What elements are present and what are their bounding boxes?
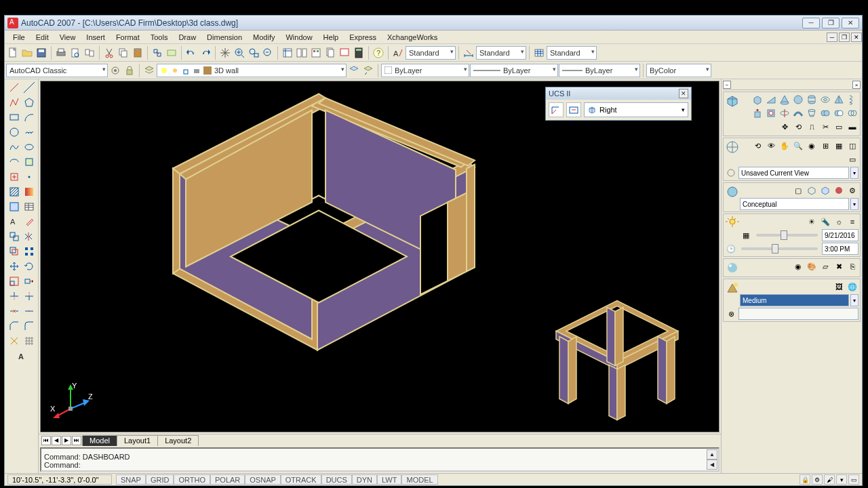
rect-icon[interactable]	[7, 110, 21, 124]
help-icon[interactable]: ?	[372, 46, 385, 60]
render-env-icon[interactable]: 🌐	[846, 281, 859, 293]
line-icon[interactable]	[7, 81, 21, 94]
toggle-polar[interactable]: POLAR	[210, 474, 245, 485]
close-button[interactable]: ✕	[842, 18, 859, 28]
join-icon[interactable]	[22, 304, 36, 318]
3d-rotate-icon[interactable]: ⟲	[792, 121, 804, 133]
zoom-win-icon[interactable]	[247, 46, 260, 60]
view-cube-icon[interactable]: ◫	[846, 140, 859, 152]
menu-xchangeworks[interactable]: XchangeWorks	[382, 32, 443, 43]
chamfer-icon[interactable]	[7, 319, 21, 333]
cmd-scroll-left-icon[interactable]: ◀	[707, 460, 717, 470]
sb-down-icon[interactable]: ▾	[836, 474, 847, 485]
date-slider[interactable]	[756, 234, 818, 237]
view-dropdown[interactable]: Unsaved Current View	[738, 167, 849, 179]
thicken-icon[interactable]: ▬	[846, 121, 859, 133]
copy-obj-icon[interactable]	[7, 230, 21, 243]
preview-icon[interactable]	[68, 46, 82, 60]
dimstyle-icon[interactable]	[462, 46, 475, 60]
zoom-rt-icon[interactable]	[233, 46, 246, 60]
block-editor-icon[interactable]	[165, 46, 178, 60]
dash-collapse-icon[interactable]: −	[723, 81, 731, 89]
drawing-canvas[interactable]: Y X Z UCS II✕	[40, 81, 719, 432]
undo-icon[interactable]	[184, 46, 198, 60]
table-icon[interactable]	[22, 200, 36, 214]
render-dd-icon[interactable]: ▾	[850, 294, 859, 306]
sphere-icon[interactable]	[792, 94, 804, 106]
offset-icon[interactable]	[7, 245, 21, 258]
pan-view-icon[interactable]: ✋	[778, 140, 791, 152]
mdi-restore[interactable]: ❐	[839, 33, 850, 42]
mat-copy-icon[interactable]: ⎘	[846, 260, 859, 272]
extrude-icon[interactable]	[751, 107, 764, 119]
tab-layout2[interactable]: Layout2	[157, 435, 199, 446]
revolve-icon[interactable]	[778, 107, 791, 119]
layer-manager-icon[interactable]	[142, 64, 156, 77]
hatch-icon[interactable]	[7, 185, 21, 199]
match-icon[interactable]	[151, 46, 164, 60]
make-block-icon[interactable]	[7, 170, 21, 184]
ucs-close-icon[interactable]: ✕	[679, 89, 688, 98]
vs-2d-icon[interactable]: ▢	[792, 184, 804, 197]
layer-prev-icon[interactable]	[361, 64, 375, 77]
view-top-icon[interactable]: ⊞	[819, 140, 831, 152]
menu-edit[interactable]: Edit	[31, 32, 54, 43]
arc-icon[interactable]	[22, 110, 36, 124]
wedge-icon[interactable]	[765, 94, 777, 106]
menu-dimension[interactable]: Dimension	[201, 32, 248, 43]
tab-model[interactable]: Model	[82, 435, 117, 446]
spot-light-icon[interactable]: 🔦	[819, 216, 831, 228]
mtext-icon[interactable]: A	[7, 215, 21, 228]
subtract-icon[interactable]	[833, 107, 845, 119]
vs-3dw-icon[interactable]	[806, 184, 818, 197]
toggle-model[interactable]: MODEL	[401, 474, 437, 485]
print-icon[interactable]	[54, 46, 68, 60]
slice-icon[interactable]: ✂	[819, 121, 831, 133]
mat-attach-icon[interactable]: 🎨	[806, 260, 818, 272]
mirror-icon[interactable]	[22, 230, 36, 243]
ucs-prev-icon[interactable]	[566, 102, 581, 117]
pline-icon[interactable]	[7, 96, 21, 109]
render-close-icon[interactable]: ⊗	[725, 308, 737, 320]
workspace-dropdown[interactable]: AutoCAD Classic	[6, 64, 108, 77]
cone-icon[interactable]	[778, 94, 791, 106]
dash-view-icon[interactable]	[725, 140, 740, 155]
menu-tools[interactable]: Tools	[145, 32, 174, 43]
markup-icon[interactable]	[338, 46, 351, 60]
menu-format[interactable]: Format	[111, 32, 145, 43]
stretch-icon[interactable]	[22, 274, 36, 288]
array-icon[interactable]	[22, 245, 36, 258]
ellipse-arc-icon[interactable]	[7, 155, 21, 169]
extend-icon[interactable]	[22, 289, 36, 303]
vs-dd-icon[interactable]: ▾	[850, 198, 859, 210]
view-persp-icon[interactable]: ▦	[833, 140, 845, 152]
intersect-icon[interactable]	[846, 107, 859, 119]
light-list-icon[interactable]: ≡	[846, 216, 859, 228]
orbit-icon[interactable]: ◉	[806, 140, 818, 152]
sb-clean-icon[interactable]: ▭	[848, 474, 859, 485]
named-views-icon[interactable]	[725, 167, 737, 179]
menu-file[interactable]: File	[7, 32, 31, 43]
dash-light-icon[interactable]	[725, 216, 740, 230]
toggle-ortho[interactable]: ORTHO	[174, 474, 210, 485]
region-icon[interactable]	[7, 200, 21, 214]
section-icon[interactable]: ▭	[833, 121, 845, 133]
fillet-icon[interactable]	[22, 319, 36, 333]
cylinder-icon[interactable]	[806, 94, 818, 106]
view-dd-icon[interactable]: ▾	[850, 167, 859, 179]
dash-3dmake-icon[interactable]	[725, 94, 740, 108]
dash-render-icon[interactable]	[725, 281, 740, 296]
presspull-icon[interactable]	[765, 107, 777, 119]
move-icon[interactable]	[7, 260, 21, 273]
ellipse-icon[interactable]	[22, 140, 36, 154]
tab-first-icon[interactable]: ⏮	[41, 436, 51, 445]
date-value[interactable]: 9/21/2016	[822, 229, 859, 241]
zoom-prev-icon[interactable]	[261, 46, 275, 60]
tool-palette-icon[interactable]	[309, 46, 323, 60]
ucs-world-icon[interactable]	[549, 102, 564, 117]
vs-real-icon[interactable]	[833, 184, 845, 197]
new-icon[interactable]	[6, 46, 20, 60]
tablestyle-icon[interactable]	[532, 46, 546, 60]
toggle-grid[interactable]: GRID	[146, 474, 174, 485]
render-preset-dropdown[interactable]: Medium	[740, 294, 849, 306]
